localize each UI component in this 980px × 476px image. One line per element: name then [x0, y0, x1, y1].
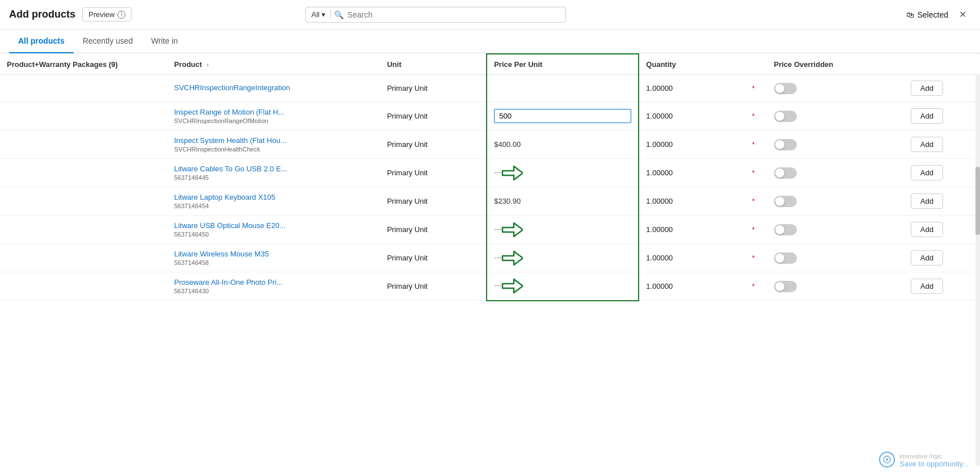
cell-price: ---: [487, 272, 639, 301]
cell-action[interactable]: Add: [904, 159, 980, 187]
tab-write-in[interactable]: Write in: [142, 30, 187, 53]
svg-marker-2: [502, 251, 523, 265]
cell-required: *: [745, 272, 767, 301]
override-toggle[interactable]: [774, 196, 797, 207]
price-dash: ---: [494, 281, 501, 290]
required-star: *: [752, 283, 755, 290]
col-product-header[interactable]: Product ↑: [167, 54, 380, 75]
preview-label: Preview: [88, 10, 115, 19]
product-name[interactable]: Litware Laptop Keyboard X105: [174, 193, 299, 201]
add-button[interactable]: Add: [911, 108, 943, 124]
add-button[interactable]: Add: [911, 81, 943, 96]
cell-override[interactable]: [767, 75, 904, 102]
add-button[interactable]: Add: [911, 279, 943, 294]
product-code: 5637146458: [174, 259, 373, 266]
quantity-value: 1.00000: [646, 140, 673, 149]
quantity-value: 1.00000: [646, 169, 673, 177]
cell-override[interactable]: [767, 187, 904, 216]
add-button[interactable]: Add: [911, 165, 943, 180]
cell-override[interactable]: [767, 130, 904, 159]
cell-quantity: 1.00000: [639, 187, 745, 216]
cell-action[interactable]: Add: [904, 75, 980, 102]
price-dash: ---: [494, 253, 501, 262]
cell-unit: Primary Unit: [380, 159, 487, 187]
col-group-header: Product+Warranty Packages (9): [0, 54, 167, 75]
override-toggle[interactable]: [774, 281, 797, 292]
cell-unit: Primary Unit: [380, 187, 487, 216]
tabs-container: All products Recently used Write in: [0, 30, 980, 53]
product-name[interactable]: SVCHRInspectionRangeIntegration: [174, 83, 299, 92]
required-star: *: [752, 254, 755, 262]
override-toggle[interactable]: [774, 139, 797, 150]
product-name[interactable]: Inspect Range of Motion (Flat H...: [174, 108, 299, 116]
table-row: Proseware All-In-One Photo Pri... 563714…: [0, 272, 980, 301]
override-toggle[interactable]: [774, 111, 797, 122]
product-name[interactable]: Proseware All-In-One Photo Pri...: [174, 278, 299, 287]
price-input[interactable]: [494, 109, 631, 123]
price-value: $230.90: [494, 197, 521, 205]
preview-button[interactable]: Preview i: [82, 7, 132, 22]
override-toggle[interactable]: [774, 83, 797, 94]
scrollbar-track[interactable]: [975, 53, 980, 466]
unit-value: Primary Unit: [387, 84, 428, 92]
required-star: *: [752, 112, 755, 120]
close-button[interactable]: ✕: [955, 7, 971, 23]
cell-price: $230.90: [487, 187, 639, 216]
arrow-icon: [501, 250, 523, 266]
cell-override[interactable]: [767, 216, 904, 244]
cell-required: *: [745, 159, 767, 187]
cell-product: Litware Wireless Mouse M35 5637146458: [167, 244, 380, 272]
col-price-header: Price Per Unit: [487, 54, 639, 75]
add-button[interactable]: Add: [911, 137, 943, 152]
cell-product: Litware Laptop Keyboard X105 5637146454: [167, 187, 380, 216]
watermark-cta-text: Save to opportunity...: [899, 460, 969, 466]
cell-action[interactable]: Add: [904, 102, 980, 130]
cell-action[interactable]: Add: [904, 272, 980, 301]
cell-group: [0, 216, 167, 244]
col-unit-header: Unit: [380, 54, 487, 75]
price-dash: ---: [494, 168, 501, 176]
unit-value: Primary Unit: [387, 112, 428, 120]
cell-override[interactable]: [767, 244, 904, 272]
override-toggle[interactable]: [774, 224, 797, 235]
override-toggle[interactable]: [774, 252, 797, 264]
search-input[interactable]: [347, 10, 560, 19]
add-button[interactable]: Add: [911, 250, 943, 266]
cell-price: ---: [487, 216, 639, 244]
search-filter-dropdown[interactable]: All ▾: [311, 10, 331, 19]
scrollbar-thumb[interactable]: [975, 167, 980, 235]
unit-value: Primary Unit: [387, 282, 428, 290]
selected-button[interactable]: 🛍 Selected: [906, 10, 948, 19]
product-name[interactable]: Litware USB Optical Mouse E20...: [174, 221, 299, 230]
product-name[interactable]: Inspect System Health (Flat Hou...: [174, 136, 299, 145]
cell-price: ---: [487, 244, 639, 272]
cell-price[interactable]: [487, 102, 639, 130]
price-dash: ---: [494, 225, 501, 233]
override-toggle[interactable]: [774, 167, 797, 179]
cell-action[interactable]: Add: [904, 244, 980, 272]
cell-action[interactable]: Add: [904, 216, 980, 244]
table-row: Litware Wireless Mouse M35 5637146458 Pr…: [0, 244, 980, 272]
cell-required: *: [745, 130, 767, 159]
add-button[interactable]: Add: [911, 222, 943, 237]
header-right: 🛍 Selected ✕: [906, 7, 971, 23]
cell-quantity: 1.00000: [639, 272, 745, 301]
add-button[interactable]: Add: [911, 193, 943, 209]
tab-all-products[interactable]: All products: [9, 30, 74, 53]
unit-value: Primary Unit: [387, 169, 428, 177]
cell-override[interactable]: [767, 272, 904, 301]
chevron-down-icon: ▾: [322, 10, 326, 19]
cell-action[interactable]: Add: [904, 187, 980, 216]
cell-quantity: 1.00000: [639, 75, 745, 102]
cell-product: Inspect Range of Motion (Flat H... SVCHR…: [167, 102, 380, 130]
table-container: Product+Warranty Packages (9) Product ↑ …: [0, 53, 980, 466]
cell-override[interactable]: [767, 102, 904, 130]
table-row: Litware Laptop Keyboard X105 5637146454 …: [0, 187, 980, 216]
cell-override[interactable]: [767, 159, 904, 187]
cell-group: [0, 102, 167, 130]
product-name[interactable]: Litware Cables To Go USB 2.0 E...: [174, 165, 299, 173]
cell-action[interactable]: Add: [904, 130, 980, 159]
tab-recently-used[interactable]: Recently used: [74, 30, 142, 53]
info-icon: i: [117, 11, 125, 19]
product-name[interactable]: Litware Wireless Mouse M35: [174, 250, 299, 258]
